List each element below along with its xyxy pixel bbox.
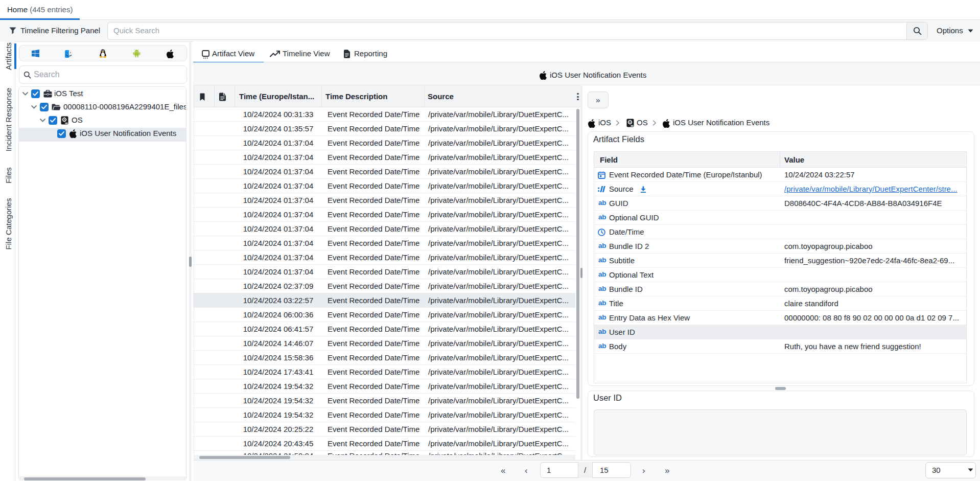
svg-text:SYS: SYS (65, 122, 68, 124)
svg-text:SYS: SYS (631, 125, 634, 127)
